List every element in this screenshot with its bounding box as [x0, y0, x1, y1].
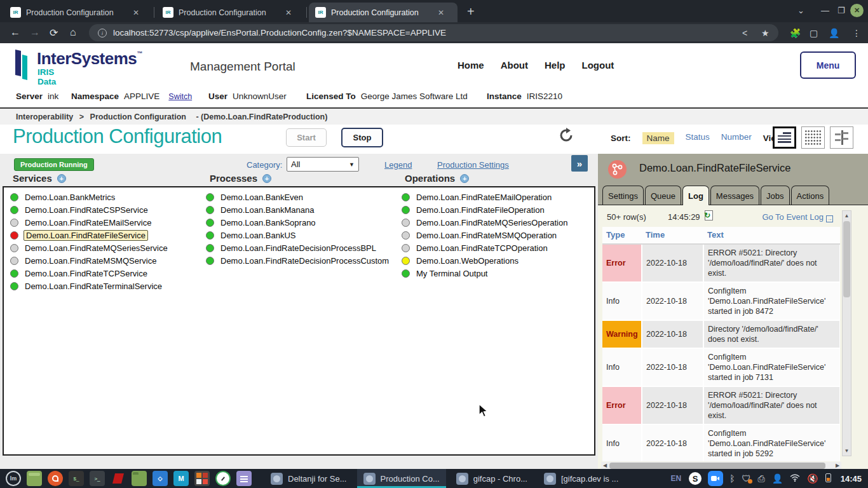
category-select[interactable]: All▼ — [287, 157, 359, 172]
vscroll-thumb[interactable] — [843, 221, 850, 297]
production-item[interactable]: Demo.Loan.FindRateEMailService — [10, 216, 168, 229]
nav-link-about[interactable]: About — [501, 60, 528, 71]
home-icon[interactable]: ⌂ — [70, 27, 76, 38]
skype-icon[interactable]: S — [689, 472, 702, 485]
share-icon[interactable]: < — [742, 28, 747, 38]
calculator-icon[interactable] — [194, 471, 210, 486]
new-tab-button[interactable]: + — [467, 5, 475, 18]
panel-tab-queue[interactable]: Queue — [645, 186, 681, 205]
mint-menu-button[interactable]: lm — [6, 471, 21, 486]
reload-icon[interactable]: ⟳ — [50, 27, 58, 39]
item-name[interactable]: Demo.Loan.FindRateFileOperation — [416, 205, 545, 215]
production-item[interactable]: Demo.Loan.FindRateFileOperation — [402, 203, 567, 216]
add-service-icon[interactable]: + — [57, 174, 66, 183]
nav-link-help[interactable]: Help — [545, 60, 566, 71]
shield-icon[interactable]: 🛡 — [742, 473, 751, 484]
hscroll-thumb[interactable] — [609, 463, 825, 469]
item-name[interactable]: Demo.Loan.FindRateEMailService — [25, 218, 151, 227]
item-name[interactable]: Demo.Loan.FindRateMQSeriesService — [25, 243, 168, 253]
scroll-down-icon[interactable]: ▼ — [843, 447, 851, 455]
production-item[interactable]: Demo.Loan.BankManana — [206, 203, 389, 216]
menu-button[interactable]: Menu — [800, 51, 856, 79]
panel-tab-messages[interactable]: Messages — [710, 186, 759, 205]
tab-search-chevron-icon[interactable]: ⌄ — [797, 6, 804, 15]
browser-tab[interactable]: IRProduction Configuration✕ — [309, 3, 458, 22]
item-name[interactable]: Demo.Loan.FindRateFileService — [24, 230, 148, 241]
log-header-time[interactable]: Time — [642, 227, 703, 244]
vscode-icon[interactable]: ◇ — [153, 471, 168, 486]
item-name[interactable]: Demo.Loan.FindRateDecisionProcessBPL — [220, 243, 376, 253]
production-item[interactable]: Demo.Loan.FindRateTCPOperation — [402, 241, 567, 254]
bookmark-star-icon[interactable]: ★ — [761, 28, 770, 38]
orange-app-icon[interactable] — [48, 471, 63, 486]
terminal-icon[interactable]: $_ — [69, 471, 84, 486]
sort-option-number[interactable]: Number — [721, 132, 752, 144]
item-name[interactable]: Demo.Loan.BankMetrics — [25, 193, 115, 202]
production-item[interactable]: My Terminal Output — [402, 267, 567, 280]
production-item[interactable]: Demo.Loan.FindRateTerminalService — [10, 280, 168, 292]
printer-icon[interactable]: ⎙ — [758, 473, 765, 484]
production-settings-link[interactable]: Production Settings — [437, 160, 509, 170]
sort-option-status[interactable]: Status — [686, 132, 710, 144]
files-icon[interactable] — [27, 471, 42, 486]
volume-muted-icon[interactable]: 🔇 — [807, 473, 818, 484]
site-info-icon[interactable]: i — [98, 29, 107, 37]
address-bar[interactable]: i localhost:52773/csp/applive/EnsPortal.… — [89, 24, 778, 41]
tab-close-icon[interactable]: ✕ — [438, 8, 444, 17]
stop-button[interactable]: Stop — [341, 128, 383, 147]
production-item[interactable]: Demo.Loan.WebOperations — [402, 254, 567, 267]
taskbar-window-button[interactable]: Production Co... — [357, 469, 446, 488]
item-name[interactable]: Demo.Loan.FindRateMQSeriesOperation — [416, 218, 567, 227]
production-item[interactable]: Demo.Loan.FindRateFileService — [10, 229, 168, 241]
item-name[interactable]: Demo.Loan.FindRateEMailOperation — [416, 193, 552, 202]
production-item[interactable]: Demo.Loan.FindRateDecisionProcessBPL — [206, 241, 389, 254]
profile-avatar[interactable]: 👤 — [829, 28, 839, 38]
sort-option-name[interactable]: Name — [642, 132, 674, 144]
grid-view-icon[interactable] — [801, 126, 825, 149]
item-name[interactable]: Demo.Loan.FindRateDecisionProcessCustom — [220, 256, 389, 266]
log-header-type[interactable]: Type — [602, 227, 642, 244]
production-item[interactable]: Demo.Loan.FindRateMSMQOperation — [402, 229, 567, 241]
browser-menu-icon[interactable]: ⋮ — [852, 28, 861, 38]
production-item[interactable]: Demo.Loan.FindRateEMailOperation — [402, 191, 567, 203]
taskbar-window-button[interactable]: [gifcap.dev is ... — [538, 469, 625, 488]
item-name[interactable]: Demo.Loan.WebOperations — [416, 256, 519, 266]
close-window-button[interactable]: ✕ — [850, 4, 864, 17]
item-name[interactable]: Demo.Loan.BankManana — [220, 205, 314, 215]
panel-tab-settings[interactable]: Settings — [602, 186, 644, 205]
item-name[interactable]: Demo.Loan.FindRateTCPService — [25, 269, 147, 278]
forward-icon[interactable]: → — [30, 27, 40, 38]
log-vertical-scrollbar[interactable]: ▲ ▼ — [842, 210, 851, 456]
item-name[interactable]: My Terminal Output — [416, 269, 487, 278]
taskbar-window-button[interactable]: gifcap - Chro... — [450, 469, 534, 488]
battery-icon[interactable] — [825, 473, 831, 484]
browser-tab[interactable]: IRProduction Configuration✕ — [156, 3, 305, 22]
tab-close-icon[interactable]: ✕ — [133, 8, 139, 17]
red-app-icon[interactable] — [111, 471, 126, 486]
item-name[interactable]: Demo.Loan.FindRateTerminalService — [25, 281, 162, 291]
item-name[interactable]: Demo.Loan.BankEven — [220, 193, 303, 202]
panel-tab-jobs[interactable]: Jobs — [761, 186, 789, 205]
production-item[interactable]: Demo.Loan.FindRateDecisionProcessCustom — [206, 254, 389, 267]
expand-panel-button[interactable]: » — [571, 155, 588, 172]
add-operation-icon[interactable]: + — [460, 174, 469, 183]
log-header-text[interactable]: Text — [703, 227, 840, 244]
breadcrumb-production-configuration[interactable]: Production Configuration — [90, 112, 186, 121]
auto-refresh-icon[interactable]: ↻ — [705, 210, 713, 220]
taskbar-window-button[interactable]: Deltanji for Se... — [264, 469, 353, 488]
minimize-button[interactable]: — — [821, 6, 829, 15]
breadcrumb-interoperability[interactable]: Interoperability — [16, 112, 73, 121]
add-process-icon[interactable]: + — [262, 174, 271, 183]
production-item[interactable]: Demo.Loan.FindRateMSMQService — [10, 254, 168, 267]
nav-link-logout[interactable]: Logout — [582, 60, 614, 71]
panel-tab-actions[interactable]: Actions — [791, 186, 830, 205]
browser-tab[interactable]: IRProduction Configuration✕ — [4, 3, 153, 22]
production-item[interactable]: Demo.Loan.FindRateMQSeriesOperation — [402, 216, 567, 229]
folder-icon[interactable] — [132, 471, 147, 486]
go-to-event-log-link[interactable]: Go To Event Log→ — [762, 212, 833, 222]
side-panel-icon[interactable]: ▢ — [810, 28, 818, 38]
item-name[interactable]: Demo.Loan.FindRateMSMQService — [25, 256, 156, 266]
item-name[interactable]: Demo.Loan.FindRateCSPService — [25, 205, 148, 215]
item-name[interactable]: Demo.Loan.BankUS — [220, 231, 296, 240]
production-item[interactable]: Demo.Loan.BankMetrics — [10, 191, 168, 203]
